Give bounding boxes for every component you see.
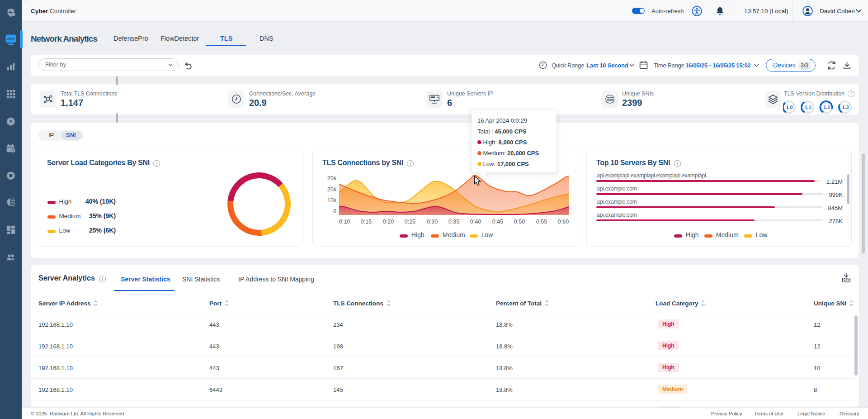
svg-text:AMS: AMS [7,37,15,41]
svg-text:0:40: 0:40 [470,219,481,225]
svg-text:1.2: 1.2 [823,105,830,110]
svg-text:0:20: 0:20 [383,219,394,225]
svg-text:1.3: 1.3 [842,105,849,110]
svg-text:0: 0 [333,208,336,214]
svg-text:20k: 20k [327,175,337,181]
svg-text:1.0: 1.0 [786,105,793,110]
svg-text:www: www [606,97,613,100]
svg-text:0:50: 0:50 [514,219,525,225]
svg-text:1.1: 1.1 [805,105,811,110]
svg-text:0:10: 0:10 [339,219,350,225]
svg-text:0:55: 0:55 [536,219,547,225]
svg-text:0:35: 0:35 [448,219,459,225]
svg-text:0:45: 0:45 [492,219,503,225]
svg-text:10k: 10k [327,197,337,204]
svg-text:0:25: 0:25 [405,219,415,225]
svg-text:20k: 20k [327,186,337,193]
svg-text:CSV: CSV [843,278,850,281]
svg-text:0:60: 0:60 [558,219,569,225]
svg-text:0:15: 0:15 [361,219,372,225]
svg-text:0:30: 0:30 [427,219,438,225]
